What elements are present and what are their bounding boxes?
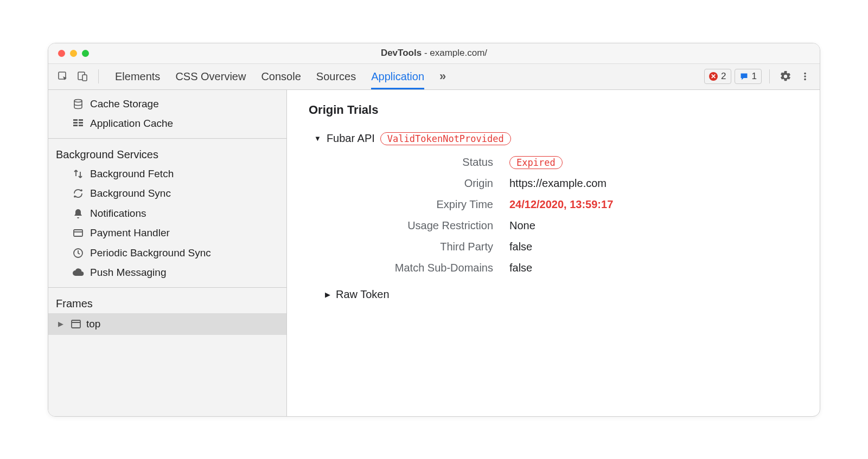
toolbar-divider-2 xyxy=(769,69,770,83)
sidebar-item-label: Notifications xyxy=(90,206,146,222)
svg-rect-13 xyxy=(74,230,82,236)
raw-token-label: Raw Token xyxy=(336,288,390,301)
svg-point-6 xyxy=(74,99,82,102)
tab-application[interactable]: Application xyxy=(371,64,424,89)
title-location: example.com/ xyxy=(430,48,487,58)
messages-pill[interactable]: 1 xyxy=(735,69,762,84)
expiry-label: Expiry Time xyxy=(336,198,493,211)
minimize-icon[interactable] xyxy=(70,50,77,57)
sidebar-item-periodic-background-sync[interactable]: Periodic Background Sync xyxy=(48,243,286,263)
sidebar-header-bg: Background Services xyxy=(48,143,286,164)
credit-card-icon xyxy=(72,228,84,238)
svg-point-4 xyxy=(804,75,806,77)
toolbar: Elements CSS Overview Console Sources Ap… xyxy=(48,64,820,90)
third-party-value: false xyxy=(509,241,798,253)
svg-rect-8 xyxy=(79,119,83,121)
sidebar-section-background-services: Background Services Background Fetch Bac… xyxy=(48,139,286,288)
sidebar-item-background-fetch[interactable]: Background Fetch xyxy=(48,164,286,184)
sync-icon xyxy=(72,188,84,199)
bell-icon xyxy=(72,208,84,219)
svg-rect-7 xyxy=(73,119,78,121)
sidebar-item-label: Background Fetch xyxy=(90,166,174,182)
sidebar-item-label: top xyxy=(86,316,100,332)
clock-icon xyxy=(72,248,84,258)
chevron-down-icon: ▼ xyxy=(314,134,321,143)
tab-console[interactable]: Console xyxy=(261,64,301,89)
error-icon: ✕ xyxy=(709,72,718,81)
sidebar-item-frame-top[interactable]: ▶ top xyxy=(48,313,286,335)
status-label: Status xyxy=(336,156,493,169)
svg-rect-11 xyxy=(73,125,78,126)
svg-rect-10 xyxy=(79,122,83,124)
settings-icon[interactable] xyxy=(777,68,794,85)
svg-rect-2 xyxy=(82,75,87,81)
window-title: DevTools - example.com/ xyxy=(48,48,820,59)
status-badge: Expired xyxy=(509,156,563,169)
svg-rect-9 xyxy=(73,122,78,124)
toolbar-divider xyxy=(98,69,99,83)
sidebar-item-notifications[interactable]: Notifications xyxy=(48,204,286,224)
sidebar-section-frames: Frames ▶ top xyxy=(48,288,286,416)
sidebar-item-label: Push Messaging xyxy=(90,265,166,281)
tab-sources[interactable]: Sources xyxy=(316,64,356,89)
sidebar-item-cache-storage[interactable]: Cache Storage xyxy=(48,94,286,114)
usage-label: Usage Restriction xyxy=(336,219,493,232)
status-value: Expired xyxy=(509,156,798,169)
maximize-icon[interactable] xyxy=(82,50,89,57)
sidebar-section-cache: Cache Storage Application Cache xyxy=(48,90,286,139)
tab-elements[interactable]: Elements xyxy=(115,64,160,89)
sidebar-item-push-messaging[interactable]: Push Messaging xyxy=(48,263,286,283)
errors-count: 2 xyxy=(721,71,726,82)
title-app: DevTools xyxy=(381,48,422,58)
trial-details: Status Expired Origin https://example.co… xyxy=(336,156,798,274)
messages-count: 1 xyxy=(752,71,757,82)
tabs: Elements CSS Overview Console Sources Ap… xyxy=(115,64,424,89)
sidebar-item-background-sync[interactable]: Background Sync xyxy=(48,184,286,204)
traffic-lights xyxy=(48,50,89,57)
token-status-badge: ValidTokenNotProvided xyxy=(380,132,511,145)
chevron-right-icon: ▶ xyxy=(58,319,66,329)
sidebar-header-frames: Frames xyxy=(48,292,286,313)
subdomains-label: Match Sub-Domains xyxy=(336,262,493,274)
tab-css-overview[interactable]: CSS Overview xyxy=(175,64,246,89)
sidebar-item-label: Application Cache xyxy=(90,116,173,132)
content: Cache Storage Application Cache Backgrou… xyxy=(48,90,820,416)
device-toolbar-icon[interactable] xyxy=(74,68,91,85)
errors-pill[interactable]: ✕ 2 xyxy=(704,69,731,84)
main-panel: Origin Trials ▼ Fubar API ValidTokenNotP… xyxy=(287,90,820,416)
svg-rect-16 xyxy=(72,320,80,328)
inspect-element-icon[interactable] xyxy=(55,68,71,85)
sidebar-item-label: Background Sync xyxy=(90,186,171,202)
origin-value: https://example.com xyxy=(509,177,798,190)
titlebar: DevTools - example.com/ xyxy=(48,43,820,64)
transfer-icon xyxy=(72,169,84,179)
svg-point-5 xyxy=(804,79,806,81)
close-icon[interactable] xyxy=(58,50,65,57)
message-icon xyxy=(739,72,749,81)
svg-rect-12 xyxy=(79,125,83,126)
sidebar-item-application-cache[interactable]: Application Cache xyxy=(48,114,286,134)
cloud-icon xyxy=(72,268,84,277)
sidebar-item-payment-handler[interactable]: Payment Handler xyxy=(48,223,286,243)
raw-token-row[interactable]: ▶ Raw Token xyxy=(325,288,798,301)
trial-name: Fubar API xyxy=(327,132,375,145)
frame-icon xyxy=(70,319,82,329)
sidebar: Cache Storage Application Cache Backgrou… xyxy=(48,90,287,416)
sidebar-item-label: Payment Handler xyxy=(90,225,170,241)
third-party-label: Third Party xyxy=(336,241,493,253)
chevron-right-icon: ▶ xyxy=(325,290,330,299)
devtools-window: DevTools - example.com/ Elements CSS Ove… xyxy=(48,43,820,417)
sidebar-item-label: Periodic Background Sync xyxy=(90,245,211,261)
subdomains-value: false xyxy=(509,262,798,274)
origin-label: Origin xyxy=(336,177,493,190)
expiry-value: 24/12/2020, 13:59:17 xyxy=(509,198,798,211)
sidebar-item-label: Cache Storage xyxy=(90,96,159,112)
svg-point-3 xyxy=(804,73,806,75)
page-title: Origin Trials xyxy=(309,103,798,117)
kebab-menu-icon[interactable] xyxy=(797,68,813,85)
database-icon xyxy=(72,99,84,109)
usage-value: None xyxy=(509,219,798,232)
trial-header[interactable]: ▼ Fubar API ValidTokenNotProvided xyxy=(314,132,798,145)
grid-icon xyxy=(72,119,84,128)
more-tabs-icon[interactable]: » xyxy=(435,69,450,83)
